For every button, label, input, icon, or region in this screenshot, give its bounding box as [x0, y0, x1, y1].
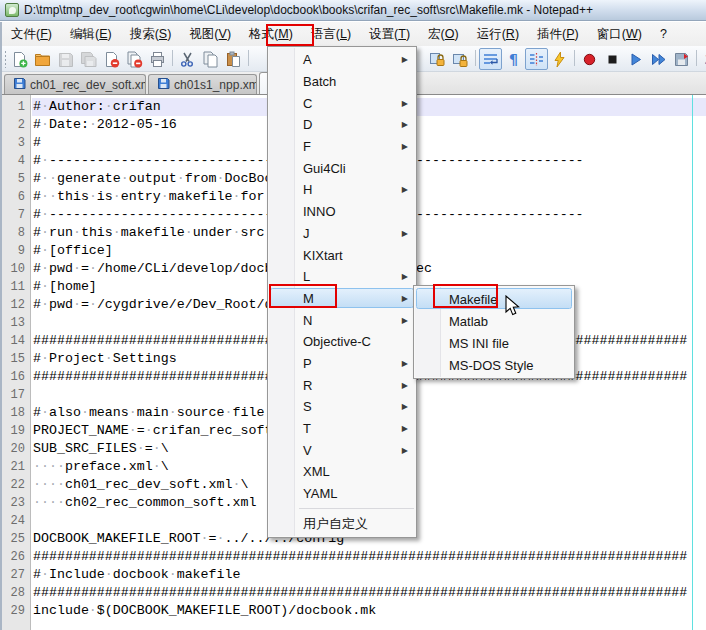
code-line-27[interactable]: #·Include·docbook·makefile [33, 566, 706, 584]
submenu-item-MS-DOS Style[interactable]: MS-DOS Style [414, 354, 574, 376]
menu-item-R[interactable]: 运行(R) [468, 23, 528, 46]
language-menu-item-KIXtart[interactable]: KIXtart [268, 244, 416, 266]
zoom-in-button[interactable]: Z [700, 48, 706, 70]
language-menu-item-H[interactable]: H▶ [268, 179, 416, 201]
submenu-arrow-icon: ▶ [402, 185, 408, 194]
submenu-item-MS INI file[interactable]: MS INI file [414, 332, 574, 354]
code-line-28[interactable]: ########################################… [33, 584, 706, 602]
language-menu-item-N[interactable]: N▶ [268, 309, 416, 331]
menu-item-label: J [303, 226, 310, 241]
language-menu-item-C[interactable]: C▶ [268, 92, 416, 114]
menu-item-label: T [303, 421, 311, 436]
code-line-29[interactable]: include·$(DOCBOOK_MAKEFILE_ROOT)/docbook… [33, 602, 706, 620]
menu-item-label: Gui4Cli [303, 161, 346, 176]
function-completion-button[interactable] [548, 48, 571, 70]
toolbar-separator [571, 50, 578, 68]
function-completion-icon [551, 51, 568, 68]
new-file-button[interactable] [8, 48, 31, 70]
show-indent-guide-button[interactable] [525, 48, 548, 70]
language-menu-item-A[interactable]: A▶ [268, 49, 416, 71]
language-menu-item-F[interactable]: F▶ [268, 136, 416, 158]
stop-recording-button[interactable] [601, 48, 624, 70]
print-button[interactable] [146, 48, 169, 70]
language-menu-item-P[interactable]: P▶ [268, 353, 416, 375]
playback-macro-button[interactable] [624, 48, 647, 70]
new-file-icon [11, 51, 28, 68]
submenu-arrow-icon: ▶ [402, 446, 408, 455]
menu-item-P[interactable]: 插件(P) [528, 23, 588, 46]
line-number: 10 [2, 260, 25, 278]
submenu-arrow-icon: ▶ [402, 424, 408, 433]
sync-horizontal-scroll-button[interactable] [449, 48, 472, 70]
cut-button[interactable] [176, 48, 199, 70]
word-wrap-icon [482, 51, 499, 68]
stop-recording-icon [604, 51, 621, 68]
close-file-button[interactable] [100, 48, 123, 70]
menu-item-?[interactable]: ? [651, 24, 676, 44]
language-menu-item-Batch[interactable]: Batch [268, 71, 416, 93]
start-recording-button[interactable] [578, 48, 601, 70]
tab-label: ch01s1_npp.xml [174, 78, 257, 92]
menu-item-S[interactable]: 搜索(S) [121, 23, 181, 46]
menu-item-label: XML [303, 464, 330, 479]
run-macro-multiple-icon [650, 51, 667, 68]
tab-ch01_rec_dev_soft.xml[interactable]: ch01_rec_dev_soft.xml [4, 74, 146, 94]
save-icon [57, 51, 74, 68]
menu-item-E[interactable]: 编辑(E) [61, 23, 121, 46]
line-number: 5 [2, 170, 25, 188]
line-number-margin: 1234567891011121314151617181920212223242… [2, 95, 31, 630]
close-all-icon [126, 51, 143, 68]
menu-item-O[interactable]: 宏(O) [419, 23, 468, 46]
menu-item-label: S [303, 399, 312, 414]
language-menu-item-YAML[interactable]: YAML [268, 483, 416, 505]
language-menu-item-INNO[interactable]: INNO [268, 201, 416, 223]
show-all-characters-button[interactable]: ¶ [502, 48, 525, 70]
menu-item-label: KIXtart [303, 248, 343, 263]
language-menu-item-D[interactable]: D▶ [268, 114, 416, 136]
toolbar-grip[interactable] [4, 50, 7, 68]
save-all-button[interactable] [77, 48, 100, 70]
language-menu-item-T[interactable]: T▶ [268, 418, 416, 440]
line-number: 6 [2, 188, 25, 206]
submenu-arrow-icon: ▶ [402, 359, 408, 368]
language-menu-item-用户自定义[interactable]: 用户自定义 [268, 513, 416, 535]
toolbar-separator [472, 50, 479, 68]
menu-bar: 文件(F)编辑(E)搜索(S)视图(V)格式(M)语言(L)设置(T)宏(O)运… [2, 22, 706, 46]
open-file-button[interactable] [31, 48, 54, 70]
notepad-plus-plus-icon [5, 3, 19, 17]
menu-item-F[interactable]: 文件(F) [2, 23, 61, 46]
save-macro-button[interactable] [670, 48, 693, 70]
copy-button[interactable] [199, 48, 222, 70]
paste-button[interactable] [222, 48, 245, 70]
submenu-arrow-icon: ▶ [402, 229, 408, 238]
show-all-characters-icon: ¶ [509, 50, 518, 68]
language-menu-item-V[interactable]: V▶ [268, 439, 416, 461]
language-menu-item-XML[interactable]: XML [268, 461, 416, 483]
line-number: 7 [2, 206, 25, 224]
language-menu-item-J[interactable]: J▶ [268, 223, 416, 245]
line-number: 28 [2, 584, 25, 602]
toolbar-group-left [8, 47, 252, 71]
language-menu-item-Gui4Cli[interactable]: Gui4Cli [268, 157, 416, 179]
save-button[interactable] [54, 48, 77, 70]
run-macro-multiple-button[interactable] [647, 48, 670, 70]
menu-item-T[interactable]: 设置(T) [360, 23, 419, 46]
submenu-arrow-icon: ▶ [402, 55, 408, 64]
tab-ch01s1_npp.xml[interactable]: ch01s1_npp.xml [148, 74, 257, 94]
word-wrap-button[interactable] [479, 48, 502, 70]
language-menu-item-Objective-C[interactable]: Objective-C [268, 331, 416, 353]
tab-label: ch01_rec_dev_soft.xml [30, 78, 146, 92]
menu-item-V[interactable]: 视图(V) [180, 23, 240, 46]
saved-file-icon [157, 77, 170, 93]
menu-item-label: Objective-C [303, 334, 371, 349]
submenu-item-Matlab[interactable]: Matlab [414, 310, 574, 332]
language-menu-item-S[interactable]: S▶ [268, 396, 416, 418]
sync-vertical-scroll-button[interactable] [426, 48, 449, 70]
window-title: D:\tmp\tmp_dev_root\cgwin\home\CLi\devel… [24, 3, 593, 17]
close-all-button[interactable] [123, 48, 146, 70]
menu-item-W[interactable]: 窗口(W) [588, 23, 651, 46]
code-line-26[interactable]: ########################################… [33, 548, 706, 566]
language-menu-item-R[interactable]: R▶ [268, 374, 416, 396]
menu-item-label: D [303, 117, 312, 132]
menu-item-label: R [303, 378, 312, 393]
